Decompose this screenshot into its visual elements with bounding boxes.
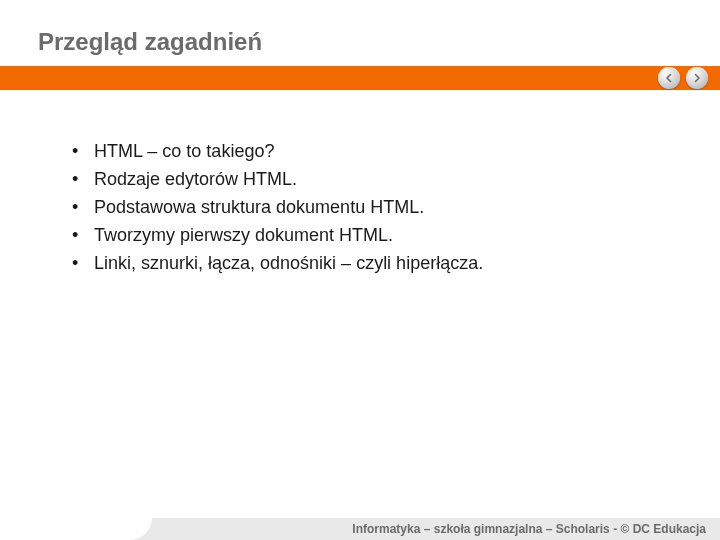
bullet-text: Podstawowa struktura dokumentu HTML. (94, 197, 424, 217)
accent-bar (0, 66, 720, 90)
prev-button[interactable] (658, 67, 680, 89)
slide-title: Przegląd zagadnień (38, 28, 720, 56)
bullet-text: Tworzymy pierwszy dokument HTML. (94, 225, 393, 245)
bullet-text: Rodzaje edytorów HTML. (94, 169, 297, 189)
chevron-right-icon (692, 73, 702, 83)
content-area: HTML – co to takiego? Rodzaje edytorów H… (0, 90, 720, 276)
list-item: Podstawowa struktura dokumentu HTML. (68, 194, 660, 220)
bullet-text: Linki, sznurki, łącza, odnośniki – czyli… (94, 253, 483, 273)
bullet-list: HTML – co to takiego? Rodzaje edytorów H… (68, 138, 660, 276)
chevron-left-icon (664, 73, 674, 83)
list-item: Tworzymy pierwszy dokument HTML. (68, 222, 660, 248)
bullet-text: HTML – co to takiego? (94, 141, 274, 161)
list-item: HTML – co to takiego? (68, 138, 660, 164)
title-area: Przegląd zagadnień (0, 0, 720, 66)
list-item: Linki, sznurki, łącza, odnośniki – czyli… (68, 250, 660, 276)
slide: Przegląd zagadnień HTML – co to takiego?… (0, 0, 720, 540)
footer: Informatyka – szkoła gimnazjalna – Schol… (0, 514, 720, 540)
footer-text: Informatyka – szkoła gimnazjalna – Schol… (352, 522, 706, 536)
next-button[interactable] (686, 67, 708, 89)
footer-curve (130, 518, 200, 540)
nav-buttons (658, 67, 708, 89)
list-item: Rodzaje edytorów HTML. (68, 166, 660, 192)
